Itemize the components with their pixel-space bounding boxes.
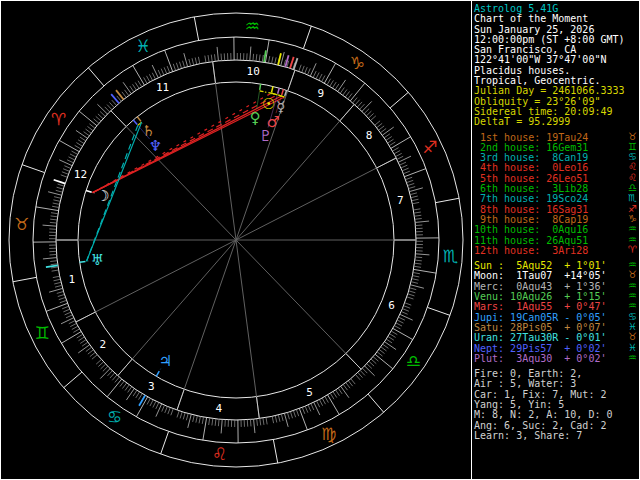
degree-tick	[203, 418, 207, 441]
degree-tick	[393, 148, 399, 151]
planet-glyph-nept: ♆	[149, 137, 162, 155]
house-cusp-lines	[56, 62, 416, 419]
degree-tick	[413, 209, 420, 210]
degree-tick	[278, 415, 280, 422]
degree-tick	[54, 197, 61, 199]
degree-tick	[415, 221, 429, 222]
stat-row-text: Learn: 3, Share: 7	[474, 430, 582, 441]
degree-tick	[193, 415, 195, 422]
degree-tick	[57, 187, 64, 189]
degree-tick	[165, 406, 168, 412]
degree-tick	[61, 318, 74, 324]
degree-tick	[138, 81, 142, 87]
degree-tick	[336, 390, 340, 396]
degree-tick	[410, 288, 417, 290]
degree-tick	[94, 119, 99, 124]
degree-tick	[366, 111, 371, 116]
degree-tick	[52, 270, 59, 271]
degree-tick	[284, 413, 288, 426]
degree-tick	[184, 53, 188, 66]
astrolog-window: ♈♉♊♋♌♍♎♏♐♑♒♓123456789101112☽♅♃☿♂♇☉♀♄♆ As…	[0, 0, 640, 480]
sign-glyph: ♒	[628, 353, 637, 363]
degree-tick	[397, 156, 403, 159]
house-cusp-line-3	[118, 240, 236, 376]
degree-tick	[338, 80, 346, 92]
degree-tick	[62, 172, 69, 175]
degree-tick	[100, 112, 105, 117]
degree-tick	[340, 88, 344, 94]
degree-tick	[52, 206, 59, 207]
degree-tick	[67, 160, 73, 163]
degree-tick	[77, 334, 83, 338]
house-divider-2	[76, 312, 96, 322]
sign-boundary-line	[303, 26, 311, 49]
sign-boundary-line	[64, 372, 82, 388]
degree-tick	[346, 383, 350, 389]
degree-tick	[98, 362, 103, 367]
degree-tick	[325, 397, 328, 403]
degree-tick	[330, 393, 334, 399]
degree-tick	[400, 162, 406, 165]
degree-tick	[211, 55, 212, 62]
degree-tick	[156, 404, 162, 417]
degree-tick	[79, 111, 97, 126]
degree-tick	[58, 184, 65, 186]
degree-tick	[165, 50, 173, 72]
planet-row-text: Plut: 3Aqu30 + 0°02'	[474, 353, 606, 364]
degree-tick	[92, 355, 97, 359]
degree-tick	[98, 114, 103, 119]
degree-tick	[404, 306, 411, 309]
degree-tick	[250, 419, 251, 426]
degree-tick	[107, 379, 122, 397]
sidebar-title-line: DeltaT = 95.2999	[474, 117, 637, 127]
degree-tick	[358, 372, 363, 377]
degree-tick	[404, 169, 426, 177]
degree-tick	[322, 398, 325, 404]
degree-tick	[402, 309, 408, 312]
degree-tick	[78, 140, 84, 144]
degree-tick	[410, 285, 424, 288]
degree-tick	[76, 143, 82, 147]
sign-glyph-leo: ♌	[212, 444, 227, 464]
degree-tick	[168, 408, 171, 415]
planet-row: Plut: 3Aqu30 + 0°02'♒	[474, 354, 637, 364]
degree-tick	[112, 375, 117, 380]
degree-tick	[415, 257, 422, 258]
planet-glyph-plut: ♇	[259, 127, 272, 145]
planet-ring-tick-mars	[282, 89, 284, 95]
degree-tick	[388, 336, 394, 340]
house-divider-4	[177, 389, 184, 410]
degree-tick	[322, 76, 325, 82]
degree-tick	[183, 413, 185, 420]
planet-ring-tick-jupi	[156, 371, 159, 376]
degree-tick	[87, 126, 93, 130]
sign-boundary-line	[22, 165, 45, 173]
degree-tick	[125, 385, 129, 391]
degree-tick	[198, 57, 199, 64]
degree-tick	[88, 350, 94, 354]
degree-tick	[308, 405, 311, 411]
degree-tick	[164, 67, 167, 73]
degree-tick	[386, 339, 392, 343]
degree-tick	[348, 381, 352, 386]
degree-tick	[152, 73, 155, 79]
degree-tick	[130, 86, 134, 92]
degree-tick	[345, 91, 349, 97]
degree-tick	[400, 314, 413, 320]
planet-ring-tick-sun	[272, 86, 273, 92]
degree-tick	[368, 113, 373, 118]
degree-tick	[307, 68, 310, 74]
degree-tick	[367, 364, 372, 369]
degree-tick	[397, 320, 403, 323]
degree-tick	[364, 109, 369, 114]
degree-tick	[396, 323, 402, 326]
house-number-3: 3	[148, 380, 155, 393]
degree-tick	[55, 285, 62, 287]
degree-tick	[54, 279, 61, 281]
degree-tick	[412, 276, 419, 277]
degree-tick	[256, 54, 257, 61]
degree-tick	[253, 54, 254, 61]
degree-tick	[299, 65, 301, 72]
sign-boundary-line	[88, 68, 104, 86]
degree-tick	[296, 410, 298, 417]
